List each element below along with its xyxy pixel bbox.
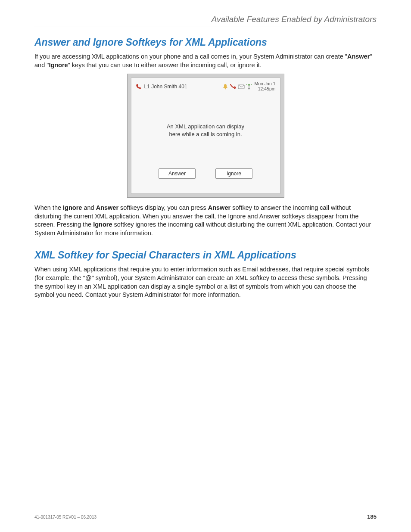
text: and	[82, 204, 96, 211]
phone-handset-icon	[136, 84, 142, 89]
voicemail-icon	[238, 84, 245, 89]
phone-time: 12:45pm	[254, 87, 275, 92]
answer-softkey[interactable]: Answer	[159, 168, 196, 179]
text: When the	[34, 204, 63, 211]
section2-para: When using XML applications that require…	[34, 265, 377, 299]
phone-line-label: L1 John Smith 401	[144, 84, 187, 90]
bell-icon	[222, 84, 228, 90]
header-rule	[34, 27, 377, 27]
text: softkeys display, you can press	[118, 204, 208, 211]
phone-status-bar: L1 John Smith 401	[131, 78, 280, 95]
section1-para1: If you are accessing XML applications on…	[34, 53, 377, 69]
svg-point-0	[225, 88, 226, 89]
ignore-softkey[interactable]: Ignore	[215, 168, 252, 179]
doc-id: 41-001317-05 REV01 – 06.2013	[34, 515, 97, 520]
phone-body-text: An XML application can display here whil…	[131, 95, 280, 138]
bold-ignore: Ignore	[63, 204, 82, 211]
page-number: 185	[367, 513, 377, 520]
phone-date: Mon Jan 1	[254, 81, 275, 87]
phone-body-line2: here while a call is coming in.	[131, 131, 280, 138]
bold-ignore: Ignore	[49, 62, 68, 68]
section2-title: XML Softkey for Special Characters in XM…	[34, 249, 377, 261]
text: If you are accessing XML applications on…	[34, 53, 347, 60]
section1-title: Answer and Ignore Softkeys for XML Appli…	[34, 37, 377, 48]
svg-point-2	[248, 84, 250, 86]
text: " keys that you can use to either answer…	[68, 62, 262, 68]
bold-answer: Answer	[347, 53, 370, 60]
phone-screen: L1 John Smith 401	[131, 78, 280, 194]
page-footer: 41-001317-05 REV01 – 06.2013 185	[34, 513, 377, 520]
bold-ignore: Ignore	[93, 221, 112, 228]
bold-answer: Answer	[208, 204, 230, 211]
signal-icon	[246, 84, 252, 90]
bold-answer: Answer	[96, 204, 118, 211]
missed-call-icon	[230, 84, 237, 90]
phone-body-line1: An XML application can display	[131, 123, 280, 131]
phone-device: L1 John Smith 401	[127, 74, 284, 198]
running-header: Available Features Enabled by Administra…	[34, 15, 377, 24]
section1-para2: When the Ignore and Answer softkeys disp…	[34, 204, 377, 237]
